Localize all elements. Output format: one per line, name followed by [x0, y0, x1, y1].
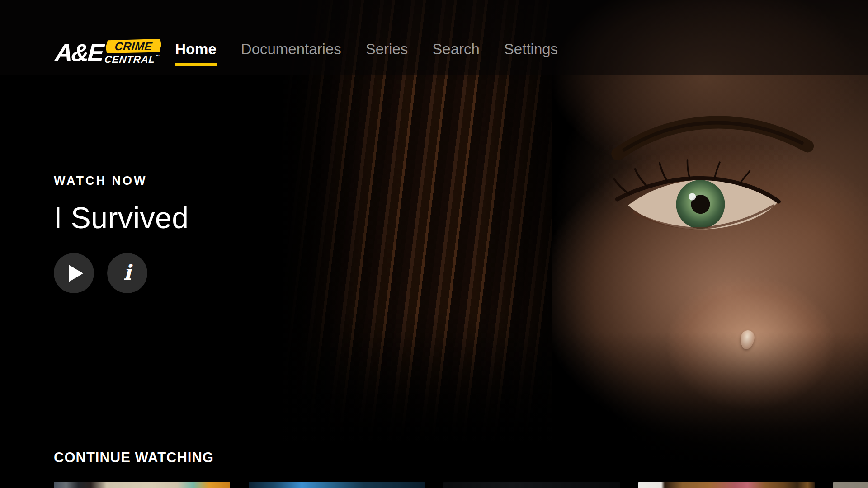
nav-item-settings[interactable]: Settings [504, 42, 558, 66]
hero-section: WATCH NOW I Survived i [54, 174, 189, 293]
brand-logo: A&E CRIME CENTRAL™ [55, 39, 160, 65]
main-nav: Home Documentaries Series Search Setting… [175, 42, 558, 66]
thumbnail-2[interactable] [249, 482, 425, 488]
nav-item-documentaries[interactable]: Documentaries [241, 42, 341, 66]
thumbnail-4[interactable] [638, 482, 815, 488]
play-icon [69, 265, 83, 282]
hero-buttons: i [54, 253, 189, 293]
info-button[interactable]: i [107, 253, 147, 293]
info-icon: i [123, 262, 131, 283]
app-root: A&E CRIME CENTRAL™ Home Documentaries Se… [0, 0, 868, 488]
continue-watching-heading: CONTINUE WATCHING [54, 450, 868, 466]
nav-item-search[interactable]: Search [432, 42, 480, 66]
play-button[interactable] [54, 253, 94, 293]
hero-title: I Survived [54, 201, 189, 235]
watch-now-label: WATCH NOW [54, 174, 189, 188]
thumbnail-5[interactable] [833, 482, 868, 488]
continue-watching-row [54, 482, 868, 488]
crime-badge-text: CRIME [105, 39, 162, 53]
central-badge-text: CENTRAL™ [104, 53, 160, 65]
nav-item-series[interactable]: Series [366, 42, 408, 66]
nav-item-home[interactable]: Home [175, 42, 217, 66]
continue-watching-section: CONTINUE WATCHING [0, 450, 868, 466]
thumbnail-3[interactable] [443, 482, 620, 488]
crime-central-badge: CRIME CENTRAL™ [104, 39, 162, 65]
ae-logo-text: A&E [54, 40, 106, 65]
top-nav-bar: A&E CRIME CENTRAL™ Home Documentaries Se… [0, 0, 868, 75]
thumbnail-1[interactable] [54, 482, 230, 488]
trademark-symbol: ™ [155, 54, 160, 59]
